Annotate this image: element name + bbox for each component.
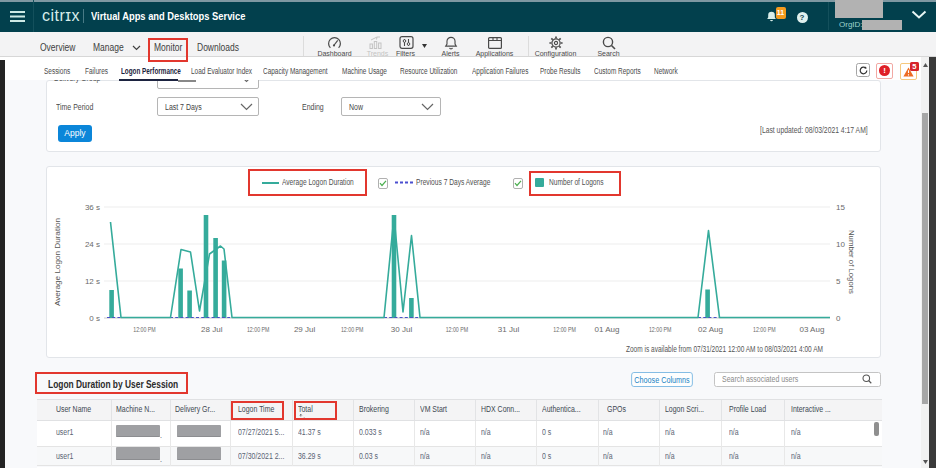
- svg-text:24 s: 24 s: [85, 240, 100, 249]
- svg-text:5: 5: [836, 277, 841, 286]
- svg-text:01 Aug: 01 Aug: [595, 325, 620, 334]
- svg-text:12:00 PM: 12:00 PM: [753, 325, 776, 334]
- svg-text:Number of Logons: Number of Logons: [847, 230, 856, 294]
- svg-text:12:00 PM: 12:00 PM: [133, 325, 156, 334]
- svg-text:12:00 PM: 12:00 PM: [341, 325, 364, 334]
- svg-text:0 s: 0 s: [89, 314, 100, 323]
- svg-text:31 Jul: 31 Jul: [498, 325, 520, 334]
- svg-text:12:00 PM: 12:00 PM: [446, 325, 469, 334]
- svg-text:12 s: 12 s: [85, 277, 100, 286]
- svg-text:12:00 PM: 12:00 PM: [553, 325, 576, 334]
- svg-text:Zoom is available from 07/31/2: Zoom is available from 07/31/2021 12:00 …: [626, 345, 823, 354]
- svg-text:30 Jul: 30 Jul: [391, 325, 413, 334]
- svg-text:03 Aug: 03 Aug: [799, 325, 824, 334]
- svg-text:15: 15: [836, 203, 845, 212]
- svg-text:12:00 PM: 12:00 PM: [247, 325, 270, 334]
- svg-text:Average Logon Duration: Average Logon Duration: [53, 218, 62, 306]
- svg-text:02 Aug: 02 Aug: [698, 325, 723, 334]
- svg-text:29 Jul: 29 Jul: [294, 325, 316, 334]
- svg-text:10: 10: [836, 240, 845, 249]
- svg-text:28 Jul: 28 Jul: [201, 325, 223, 334]
- svg-text:12:00 PM: 12:00 PM: [649, 325, 672, 334]
- svg-text:36 s: 36 s: [85, 203, 100, 212]
- svg-text:0: 0: [836, 314, 841, 323]
